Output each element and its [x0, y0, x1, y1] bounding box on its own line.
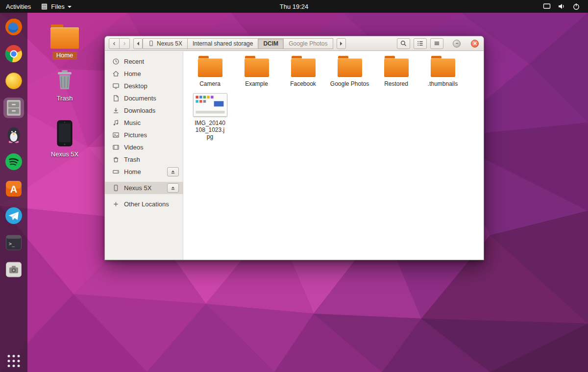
sidebar-item-label: Trash [124, 156, 140, 163]
phone-icon [148, 40, 154, 47]
telegram-dock-icon[interactable] [3, 205, 24, 226]
sidebar-item-nexus-5x-10[interactable]: Nexus 5X [105, 182, 183, 194]
sidebar-item-recent-0[interactable]: Recent [105, 55, 183, 68]
eject-button[interactable] [167, 167, 179, 176]
window-close-button[interactable] [471, 40, 479, 48]
path-segment-label: Internal shared storage [193, 40, 253, 47]
activities-button[interactable]: Activities [6, 3, 31, 10]
folder-thumbnails[interactable]: .thumbnails [419, 58, 466, 87]
plus-icon [112, 200, 120, 208]
power-icon[interactable] [572, 2, 580, 10]
folder-google-photos[interactable]: Google Photos [326, 58, 373, 87]
folder-example[interactable]: Example [233, 58, 280, 87]
menu-button[interactable] [430, 38, 443, 49]
desktop-icon-trash[interactable]: Trash [44, 69, 85, 102]
volume-icon[interactable] [558, 2, 565, 10]
pictures-icon [112, 131, 120, 139]
downloads-icon [112, 107, 120, 114]
chrome-dock-icon[interactable] [3, 44, 24, 64]
path-segment-nexus-5x[interactable]: Nexus 5X [143, 38, 188, 49]
path-scroll-right-button[interactable] [337, 38, 346, 49]
path-segment-label: Nexus 5X [157, 40, 182, 47]
folder-restored[interactable]: Restored [373, 58, 419, 87]
screenshot-tool-dock-icon[interactable] [3, 259, 24, 280]
path-segment-label: DCIM [263, 40, 278, 47]
path-segment-dcim[interactable]: DCIM [258, 38, 284, 49]
cheese-dock-icon[interactable] [3, 71, 24, 91]
sidebar-item-downloads-4[interactable]: Downloads [105, 104, 183, 117]
folder-icon [50, 27, 79, 49]
sidebar-item-desktop-2[interactable]: Desktop [105, 80, 183, 92]
search-button[interactable] [397, 38, 410, 49]
eject-button[interactable] [167, 183, 179, 193]
desktop-icon [112, 82, 120, 90]
sidebar-item-pictures-6[interactable]: Pictures [105, 129, 183, 141]
sidebar-item-label: Other Locations [124, 200, 169, 208]
folder-icon [245, 58, 269, 77]
window-minimize-button[interactable] [453, 40, 461, 48]
folder-camera[interactable]: Camera [187, 58, 233, 87]
dock: A>_ [0, 13, 27, 372]
folder-icon [431, 58, 455, 77]
sidebar-item-label: Recent [124, 58, 144, 65]
header-bar: ‹ › Nexus 5XInternal shared storageDCIMG… [105, 36, 484, 51]
sidebar-item-documents-3[interactable]: Documents [105, 92, 183, 104]
sidebar-item-other-locations-11[interactable]: Other Locations [105, 198, 183, 210]
path-segment-google-photos[interactable]: Google Photos [283, 38, 333, 49]
trash-icon [112, 156, 120, 163]
clock[interactable]: Thu 19:24 [280, 3, 309, 10]
file-label: Facebook [290, 80, 316, 87]
sidebar-item-label: Pictures [124, 131, 147, 139]
file-label: Google Photos [330, 80, 369, 87]
sidebar-item-label: Nexus 5X [124, 184, 151, 192]
sidebar-item-videos-7[interactable]: Videos [105, 141, 183, 153]
show-applications-button[interactable] [8, 355, 20, 367]
display-icon[interactable] [543, 2, 551, 10]
trash-icon [55, 69, 74, 93]
file-img-20140108-1023-jpg[interactable]: IMG_20140108_1023.jpg [187, 93, 233, 140]
sidebar-item-label: Videos [124, 144, 144, 151]
ubuntu-software-dock-icon[interactable]: A [3, 178, 24, 199]
recent-icon [112, 58, 120, 65]
system-tray [543, 2, 588, 10]
svg-text:A: A [10, 184, 17, 195]
path-segment-label: Google Photos [289, 40, 327, 47]
path-scroll-left-button[interactable] [133, 38, 143, 49]
view-toggle-button[interactable] [414, 38, 427, 49]
file-label: .thumbnails [428, 80, 458, 87]
sidebar-item-label: Downloads [124, 107, 155, 114]
path-segment-internal-shared-storage[interactable]: Internal shared storage [187, 38, 258, 49]
folder-icon [291, 58, 316, 77]
desktop-icon-nexus-5x[interactable]: Nexus 5X [44, 120, 85, 158]
files-app-icon [41, 3, 48, 10]
top-bar: Activities Files Thu 19:24 [0, 0, 588, 13]
terminal-dock-icon[interactable]: >_ [3, 232, 24, 253]
dock-items: A>_ [3, 17, 24, 280]
sidebar-item-label: Desktop [124, 82, 147, 90]
image-thumbnail [193, 93, 227, 117]
app-menu-label: Files [51, 3, 64, 10]
folder-icon [338, 58, 362, 77]
desktop-icon-home[interactable]: Home [44, 27, 85, 60]
spotify-dock-icon[interactable] [3, 151, 24, 172]
sidebar-item-home-1[interactable]: Home [105, 68, 183, 80]
sidebar-item-label: Music [124, 119, 141, 126]
path-bar: Nexus 5XInternal shared storageDCIMGoogl… [143, 38, 333, 49]
home-icon [112, 70, 120, 77]
app-menu[interactable]: Files [41, 3, 71, 10]
file-label: Restored [384, 80, 408, 87]
penguin-app-dock-icon[interactable] [3, 124, 24, 145]
file-label: Camera [199, 80, 220, 87]
files-dock-icon[interactable] [3, 98, 24, 118]
desktop-icon-label: Trash [57, 95, 73, 102]
sidebar-item-trash-8[interactable]: Trash [105, 153, 183, 166]
nav-buttons: ‹ › [109, 38, 130, 49]
sidebar-item-label: Documents [124, 95, 156, 102]
folder-facebook[interactable]: Facebook [280, 58, 326, 87]
header-actions [397, 38, 480, 49]
sidebar-item-music-5[interactable]: Music [105, 117, 183, 129]
firefox-dock-icon[interactable] [3, 17, 24, 37]
forward-button[interactable]: › [119, 38, 130, 49]
back-button[interactable]: ‹ [109, 38, 120, 49]
sidebar-item-home-9[interactable]: Home [105, 166, 183, 178]
